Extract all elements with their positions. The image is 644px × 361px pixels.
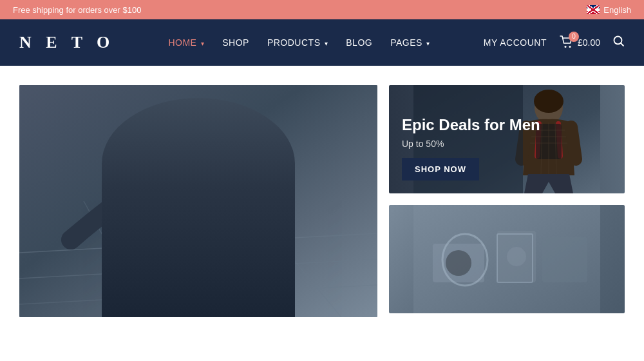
nav-shop[interactable]: SHOP — [222, 37, 249, 48]
hero-section: Epic Deals for Men Up to 50% SHOP NOW — [0, 85, 644, 330]
svg-point-0 — [564, 46, 566, 48]
language-label: English — [603, 5, 631, 15]
products-arrow-icon: ▾ — [322, 40, 328, 47]
hero-side-panels: Epic Deals for Men Up to 50% SHOP NOW — [389, 85, 625, 317]
navbar: N E T O HOME ▾ SHOP PRODUCTS ▾ BLOG PAGE… — [0, 19, 644, 66]
svg-line-8 — [148, 201, 245, 317]
cart-button[interactable]: 0 £0.00 — [560, 35, 600, 50]
logo[interactable]: N E T O — [19, 33, 115, 52]
search-icon — [613, 35, 625, 47]
men-deal-subtitle: Up to 50% — [402, 139, 540, 149]
hero-main-image — [19, 85, 377, 317]
svg-rect-12 — [180, 161, 193, 175]
language-selector[interactable]: English — [587, 5, 631, 15]
svg-rect-13 — [169, 143, 183, 152]
nav-blog-link[interactable]: BLOG — [346, 37, 372, 48]
nav-shop-link[interactable]: SHOP — [222, 37, 249, 48]
flag-icon — [587, 5, 600, 14]
nav-links: HOME ▾ SHOP PRODUCTS ▾ BLOG PAGES ▾ — [168, 37, 430, 48]
top-bar: Free shipping for orders over $100 Engli… — [0, 0, 644, 19]
shipping-message: Free shipping for orders over $100 — [13, 5, 141, 15]
men-deal-panel: Epic Deals for Men Up to 50% SHOP NOW — [389, 85, 625, 193]
nav-pages-link[interactable]: PAGES ▾ — [390, 37, 430, 48]
svg-point-19 — [534, 90, 564, 113]
nav-products-link[interactable]: PRODUCTS ▾ — [267, 37, 328, 48]
svg-point-1 — [569, 46, 571, 48]
home-arrow-icon: ▾ — [198, 40, 204, 47]
nav-home-link[interactable]: HOME ▾ — [168, 37, 204, 48]
bottom-panel-bg — [389, 205, 625, 313]
shop-now-button[interactable]: SHOP NOW — [402, 158, 479, 180]
svg-rect-14 — [185, 143, 200, 152]
woman-silhouette — [19, 85, 377, 317]
nav-right: MY ACCOUNT 0 £0.00 — [484, 35, 625, 50]
spacer — [0, 66, 644, 85]
cart-badge: 0 — [569, 32, 579, 42]
svg-point-33 — [507, 247, 526, 266]
bottom-panel — [389, 205, 625, 313]
men-panel-content: Epic Deals for Men Up to 50% SHOP NOW — [402, 116, 540, 180]
my-account-button[interactable]: MY ACCOUNT — [484, 37, 547, 48]
cart-icon-wrap: 0 — [560, 35, 574, 50]
nav-products[interactable]: PRODUCTS ▾ — [267, 37, 328, 48]
nav-blog[interactable]: BLOG — [346, 37, 372, 48]
nav-home[interactable]: HOME ▾ — [168, 37, 204, 48]
svg-point-11 — [161, 103, 213, 155]
svg-rect-31 — [542, 237, 587, 282]
cart-price: £0.00 — [578, 37, 600, 48]
nav-pages[interactable]: PAGES ▾ — [390, 37, 430, 48]
svg-point-10 — [162, 108, 211, 166]
svg-point-32 — [446, 250, 471, 276]
men-deal-title: Epic Deals for Men — [402, 116, 540, 135]
svg-point-16 — [129, 267, 219, 290]
pages-arrow-icon: ▾ — [424, 40, 430, 47]
svg-rect-3 — [19, 85, 377, 317]
search-button[interactable] — [613, 35, 625, 50]
hero-main-bg — [19, 85, 377, 317]
